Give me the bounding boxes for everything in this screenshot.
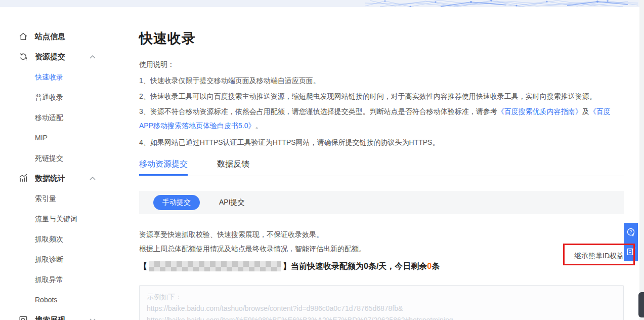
sidebar-item-index-volume[interactable]: 索引量 xyxy=(0,188,106,209)
page-title: 快速收录 xyxy=(139,29,624,48)
usage-item-3-text: 3、资源不符合移动资源标准，依然会占用配额，请您谨慎选择提交类型。判断站点是否符… xyxy=(139,107,497,115)
scrollbar-track[interactable] xyxy=(639,0,644,320)
tab-data-feedback[interactable]: 数据反馈 xyxy=(217,159,249,176)
red-highlight-annotation: 继承熊掌ID权益 xyxy=(563,244,635,265)
data-stats-icon xyxy=(18,173,28,183)
sidebar-item-crawl-diagnosis[interactable]: 抓取诊断 xyxy=(0,249,106,269)
usage-item-3: 3、资源不符合移动资源标准，依然会占用配额，请您谨慎选择提交类型。判断站点是否符… xyxy=(139,104,624,133)
tab-bar: 移动资源提交 数据反馈 xyxy=(139,159,624,176)
question-bubble-icon: ? xyxy=(626,227,636,237)
note-line-2: 根据上周总体配额使用情况及站点最终收录情况，智能评估出新的配额。 xyxy=(139,244,624,254)
help-button[interactable]: ? xyxy=(624,223,638,242)
chevron-down-icon[interactable] xyxy=(90,318,96,320)
note-line-1: 资源享受快速抓取校验、快速搜索展现，不保证收录效果。 xyxy=(139,229,624,239)
svg-text:?: ? xyxy=(630,229,632,234)
usage-item-1: 1、快速收录仅限于提交移动端页面及移动端自适应页面。 xyxy=(139,75,624,86)
resource-submit-icon xyxy=(18,52,28,62)
quota-text: 当前快速收录配额为0条/天，今日剩余 xyxy=(291,261,427,272)
sidebar-item-crawl-exception[interactable]: 抓取异常 xyxy=(0,269,106,290)
usage-heading: 使用说明： xyxy=(139,60,624,69)
url-submit-textarea[interactable] xyxy=(139,285,624,320)
usage-item-2: 2、快速收录工具可以向百度搜索主动推送资源，缩短爬虫发现网站链接的时间，对于高实… xyxy=(139,91,624,102)
sidebar-item-resource-submit[interactable]: 资源提交 xyxy=(0,47,106,67)
sidebar-item-label: 站点信息 xyxy=(35,32,65,42)
mode-manual-submit-button[interactable]: 手动提交 xyxy=(153,195,200,210)
quality-content-guide-link[interactable]: 《百度搜索优质内容指南》 xyxy=(497,107,582,115)
sidebar-item-quick-inclusion[interactable]: 快速收录 xyxy=(0,67,106,87)
sidebar-item-label: 数据统计 xyxy=(35,174,65,183)
sidebar-item-crawl-frequency[interactable]: 抓取频次 xyxy=(0,229,106,249)
edge-widget-peek[interactable] xyxy=(638,292,644,317)
bracket-close: 】 xyxy=(283,261,291,272)
quota-unit: 条 xyxy=(432,261,440,272)
tab-mobile-resource-submit[interactable]: 移动资源提交 xyxy=(139,159,188,176)
sidebar-item-data-statistics[interactable]: 数据统计 xyxy=(0,168,106,188)
main-content: 快速收录 使用说明： 1、快速收录仅限于提交移动端页面及移动端自适应页面。 2、… xyxy=(139,7,624,320)
top-banner-strip xyxy=(0,0,644,7)
sidebar-item-mip[interactable]: MIP xyxy=(0,128,106,148)
quota-status-line: 【 】 当前快速收录配额为0条/天，今日剩余 0 条 xyxy=(139,260,624,273)
usage-item-3-conjunction: 及 xyxy=(582,107,589,115)
search-display-icon xyxy=(18,315,28,320)
sidebar-item-label: 资源提交 xyxy=(35,52,65,62)
mode-api-submit-button[interactable]: API提交 xyxy=(219,198,245,207)
chevron-up-icon[interactable] xyxy=(90,55,96,59)
usage-item-3-period: 。 xyxy=(255,122,262,130)
quota-remaining-count: 0 xyxy=(427,262,432,271)
usage-item-4: 4、如果网站已通过HTTPS认证工具验证为HTTPS网站，请确保所提交链接的协议… xyxy=(139,137,624,148)
sidebar-item-normal-inclusion[interactable]: 普通收录 xyxy=(0,87,106,107)
sidebar-item-search-display[interactable]: 搜索展现 xyxy=(0,310,106,320)
sidebar-nav: 站点信息 资源提交 快速收录 普通收录 移动适配 MIP 死链提交 数据统计 xyxy=(0,7,106,320)
home-icon xyxy=(18,31,28,42)
redacted-site-name xyxy=(149,261,281,271)
sidebar-item-mobile-adaptation[interactable]: 移动适配 xyxy=(0,107,106,128)
chevron-up-icon[interactable] xyxy=(90,177,96,180)
url-composer xyxy=(139,285,624,320)
sidebar-item-label: 搜索展现 xyxy=(35,315,65,320)
submit-mode-toolbar: 手动提交 API提交 xyxy=(139,191,624,214)
network-pattern-decoration xyxy=(365,0,638,7)
sidebar-item-traffic-keywords[interactable]: 流量与关键词 xyxy=(0,209,106,229)
sidebar-item-dead-link-submit[interactable]: 死链提交 xyxy=(0,148,106,168)
inherit-xiongzhang-id-link[interactable]: 继承熊掌ID权益 xyxy=(574,252,624,261)
bracket-open: 【 xyxy=(139,261,147,272)
sidebar-item-site-info[interactable]: 站点信息 xyxy=(0,26,106,47)
sidebar-item-robots[interactable]: Robots xyxy=(0,290,106,310)
